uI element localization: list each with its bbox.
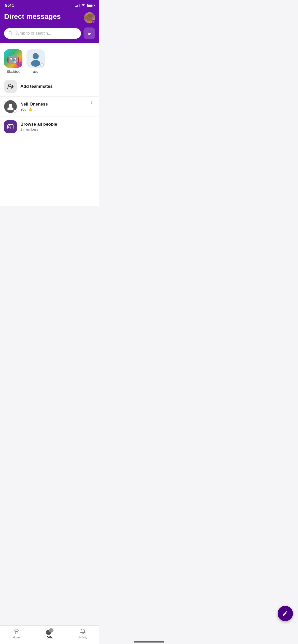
dm-avatar-abc[interactable]: abc xyxy=(26,49,45,74)
browse-all-people-item[interactable]: Browse all people 2 members xyxy=(0,117,99,137)
battery-icon xyxy=(87,4,94,7)
neil-offline-dot xyxy=(13,110,17,113)
svg-rect-12 xyxy=(8,124,13,129)
search-placeholder: Jump to or search... xyxy=(15,31,51,36)
signal-icon xyxy=(75,4,79,7)
filter-button[interactable] xyxy=(84,27,95,39)
svg-point-11 xyxy=(7,107,13,110)
add-person-icon xyxy=(7,83,14,90)
dm-avatar-slackbot[interactable]: 🤖 💜 Slackbot xyxy=(4,49,22,74)
neil-oneness-item[interactable]: Neil Oneness You: 👍 1m xyxy=(0,97,99,117)
neil-name: Neil Oneness xyxy=(20,102,87,107)
status-time: 9:41 xyxy=(5,3,14,8)
page-title: Direct messages xyxy=(4,12,81,21)
neil-preview: You: 👍 xyxy=(20,107,87,111)
svg-point-13 xyxy=(9,126,10,127)
status-icons xyxy=(75,4,94,7)
abc-offline-dot xyxy=(40,63,44,67)
search-icon xyxy=(8,31,13,36)
header: Direct messages xyxy=(0,10,99,27)
search-row: Jump to or search... xyxy=(0,27,99,43)
abc-avatar-circle xyxy=(26,49,45,68)
avatar-status-dot xyxy=(92,20,95,23)
slackbot-heart-emoji: 💜 xyxy=(16,62,21,67)
add-teammates-item[interactable]: Add teammates xyxy=(0,77,99,97)
browse-all-subtitle: 2 members xyxy=(20,127,95,131)
neil-person-icon xyxy=(7,103,14,110)
filter-icon xyxy=(87,32,92,35)
slackbot-name: Slackbot xyxy=(7,70,20,74)
neil-text: Neil Oneness You: 👍 xyxy=(20,102,87,111)
main-content: 🤖 💜 Slackbot abc xyxy=(0,43,99,206)
slackbot-avatar-circle: 🤖 💜 xyxy=(4,49,22,68)
dm-avatars-row: 🤖 💜 Slackbot abc xyxy=(0,44,99,77)
browse-icon xyxy=(4,120,17,133)
wifi-icon xyxy=(81,4,86,7)
browse-people-icon xyxy=(7,123,14,130)
add-teammates-text: Add teammates xyxy=(20,84,95,89)
add-teammates-label: Add teammates xyxy=(20,84,95,89)
status-bar: 9:41 xyxy=(0,0,99,10)
browse-all-label: Browse all people xyxy=(20,122,95,127)
svg-point-10 xyxy=(9,104,12,107)
user-avatar[interactable] xyxy=(84,12,95,23)
neil-time: 1m xyxy=(91,100,95,105)
add-teammates-icon xyxy=(4,80,17,93)
svg-point-6 xyxy=(31,60,40,67)
list-section: Add teammates Neil Oneness You: 👍 1m xyxy=(0,77,99,137)
abc-name: abc xyxy=(33,70,38,74)
neil-avatar xyxy=(4,100,17,113)
svg-line-4 xyxy=(11,34,12,35)
svg-point-5 xyxy=(33,53,39,59)
search-bar[interactable]: Jump to or search... xyxy=(4,28,81,39)
browse-all-text: Browse all people 2 members xyxy=(20,122,95,131)
